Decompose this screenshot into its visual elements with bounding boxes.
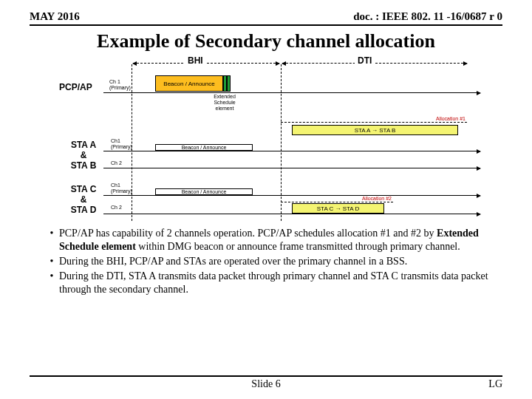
beacon-pcpap: Beacon / Announce	[155, 75, 223, 92]
bullet-marker: •	[44, 227, 59, 253]
bullet-marker: •	[44, 270, 59, 296]
alloc2-box: STA C → STA D	[292, 203, 384, 214]
ch-label-pcpap-ch1: Ch 1 (Primary)	[109, 79, 132, 91]
alloc2-label: Allocation #2	[281, 196, 392, 201]
bullet-item: •During the DTI, STA A transmits data pa…	[44, 270, 495, 296]
bullet-text: During the BHI, PCP/AP and STAs are oper…	[59, 255, 495, 268]
slide-header: MAY 2016 doc. : IEEE 802. 11 -16/0687 r …	[0, 0, 532, 24]
header-rule	[30, 24, 502, 26]
bullet-text: PCP/AP has capability of 2 channels oper…	[59, 227, 495, 253]
axis-staab-ch2	[103, 168, 480, 168]
footer-author: LG	[488, 378, 502, 390]
bullet-item: •PCP/AP has capability of 2 channels ope…	[44, 227, 495, 253]
row-label-staa: STA A	[65, 140, 102, 150]
ch-label-staab-ch2: Ch 2	[111, 160, 122, 166]
axis-pcpap	[103, 92, 480, 93]
label-dti: DTI	[355, 55, 375, 66]
allocation-diagram: BHI DTI PCP/AP Ch 1 (Primary) Beacon / A…	[37, 57, 495, 221]
ch-label-stacd-ch2: Ch 2	[111, 205, 122, 211]
bullet-text: During the DTI, STA A transmits data pac…	[59, 270, 495, 296]
bhi-span	[133, 63, 279, 64]
bullet-marker: •	[44, 255, 59, 268]
axis-staab-ch1	[103, 151, 480, 151]
bullet-item: •During the BHI, PCP/AP and STAs are ope…	[44, 255, 495, 268]
row-label-stad: STA D	[65, 205, 102, 215]
slide-footer: Slide 6 LG	[30, 375, 502, 392]
row-label-amp2: &	[65, 194, 102, 205]
row-label-stab: STA B	[65, 160, 102, 171]
label-bhi: BHI	[185, 55, 206, 66]
axis-stacd-ch2	[103, 214, 480, 214]
alloc1-box: STA A → STA B	[292, 125, 458, 135]
row-label-pcpap: PCP/AP	[59, 82, 92, 92]
header-docid: doc. : IEEE 802. 11 -16/0687 r 0	[353, 10, 502, 23]
slide-title: Example of Secondary channel allocation	[30, 30, 502, 52]
header-date: MAY 2016	[30, 10, 80, 23]
beacon-stacd: Beacon / Announce	[155, 188, 253, 195]
row-label-stac: STA C	[65, 184, 102, 194]
beacon-staab: Beacon / Announce	[155, 144, 253, 151]
ext-schedule-label: Extended Schedule element	[208, 94, 241, 112]
ch-label-staab-ch1: Ch1 (Primary)	[111, 138, 132, 150]
bullet-list: •PCP/AP has capability of 2 channels ope…	[0, 225, 532, 301]
bar-pcpap-2	[227, 75, 231, 92]
row-label-amp1: &	[65, 150, 102, 160]
alloc1-label: Allocation #1	[281, 116, 466, 121]
slide-number: Slide 6	[30, 378, 502, 390]
ch-label-stacd-ch1: Ch1 (Primary)	[111, 183, 132, 194]
alloc1-span-dash	[281, 122, 467, 123]
alloc2-span-dash	[281, 202, 393, 202]
